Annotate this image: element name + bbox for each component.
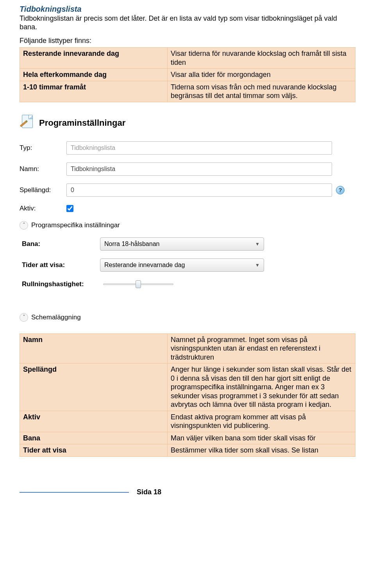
desc-key: Bana bbox=[20, 432, 168, 444]
settings-panel: Programinställningar Typ: Tidbokningslis… bbox=[20, 114, 355, 322]
chevron-down-icon: ▼ bbox=[255, 262, 260, 268]
desc-text: Namnet på programmet. Inget som visas på… bbox=[167, 333, 355, 363]
rullnings-slider[interactable] bbox=[103, 280, 173, 289]
listtype-key: 1-10 timmar framåt bbox=[20, 81, 168, 102]
document-edit-icon bbox=[20, 114, 35, 132]
spellangd-input[interactable]: 0 bbox=[66, 184, 332, 197]
subheading: Följande listtyper finns: bbox=[20, 37, 355, 45]
aktiv-label: Aktiv: bbox=[20, 205, 66, 212]
typ-field: Tidbokningslista bbox=[66, 141, 332, 155]
listtype-desc: Visar tiderna för nuvarande klockslag oc… bbox=[167, 48, 355, 69]
namn-input[interactable]: Tidbokningslista bbox=[66, 162, 332, 176]
desc-key: Aktiv bbox=[20, 411, 168, 432]
tider-value: Resterande innevarnade dag bbox=[104, 262, 185, 269]
table-row: SpellängdAnger hur länge i sekunder som … bbox=[20, 363, 355, 411]
bana-value: Norra 18-hålsbanan bbox=[104, 241, 159, 248]
desc-text: Bestämmer vilka tider som skall visas. S… bbox=[167, 444, 355, 457]
section-schedule-title: Schemaläggning bbox=[31, 314, 81, 321]
desc-key: Namn bbox=[20, 333, 168, 363]
desc-text: Man väljer vilken bana som tider skall v… bbox=[167, 432, 355, 444]
listtypes-table: Resterande innevarande dagVisar tiderna … bbox=[20, 47, 355, 102]
help-icon[interactable]: ? bbox=[336, 186, 345, 194]
listtype-desc: Visar alla tider för morgondagen bbox=[167, 69, 355, 81]
spellangd-label: Spellängd: bbox=[20, 186, 66, 194]
table-row: Resterande innevarande dagVisar tiderna … bbox=[20, 48, 355, 69]
bana-label: Bana: bbox=[22, 240, 100, 248]
section-programspecific-toggle[interactable]: ˄ Programspecifika inställningar bbox=[20, 221, 355, 230]
table-row: Tider att visaBestämmer vilka tider som … bbox=[20, 444, 355, 457]
listtype-key: Hela efterkommande dag bbox=[20, 69, 168, 81]
listtype-desc: Tiderna som visas från och med nuvarande… bbox=[167, 81, 355, 102]
table-row: 1-10 timmar framåtTiderna som visas från… bbox=[20, 81, 355, 102]
table-row: Hela efterkommande dagVisar alla tider f… bbox=[20, 69, 355, 81]
panel-title: Programinställningar bbox=[39, 118, 125, 128]
footer-rule bbox=[20, 492, 129, 493]
intro-text: Tidbokningslistan är precis som det låte… bbox=[20, 14, 355, 31]
table-row: BanaMan väljer vilken bana som tider ska… bbox=[20, 432, 355, 444]
rullnings-label: Rullningshastighet: bbox=[22, 280, 100, 288]
page-number: Sida 18 bbox=[137, 488, 161, 496]
namn-label: Namn: bbox=[20, 165, 66, 173]
chevron-up-icon: ˄ bbox=[20, 221, 28, 230]
tider-select[interactable]: Resterande innevarnade dag ▼ bbox=[100, 258, 264, 272]
bana-select[interactable]: Norra 18-hålsbanan ▼ bbox=[100, 237, 264, 251]
table-row: NamnNamnet på programmet. Inget som visa… bbox=[20, 333, 355, 363]
chevron-down-icon: ▼ bbox=[255, 241, 260, 247]
desc-key: Spellängd bbox=[20, 363, 168, 411]
desc-text: Anger hur länge i sekunder som listan sk… bbox=[167, 363, 355, 411]
section-schedule-toggle[interactable]: ˅ Schemaläggning bbox=[20, 313, 355, 322]
listtype-key: Resterande innevarande dag bbox=[20, 48, 168, 69]
tider-label: Tider att visa: bbox=[22, 261, 100, 269]
page-title: Tidbokningslista bbox=[20, 5, 355, 14]
desc-text: Endast aktiva program kommer att visas p… bbox=[167, 411, 355, 432]
desc-key: Tider att visa bbox=[20, 444, 168, 457]
chevron-down-icon: ˅ bbox=[20, 313, 28, 322]
aktiv-checkbox[interactable] bbox=[66, 205, 73, 212]
typ-label: Typ: bbox=[20, 144, 66, 152]
table-row: AktivEndast aktiva program kommer att vi… bbox=[20, 411, 355, 432]
section-programspecific-title: Programspecifika inställningar bbox=[31, 221, 120, 229]
descriptions-table: NamnNamnet på programmet. Inget som visa… bbox=[20, 333, 355, 457]
